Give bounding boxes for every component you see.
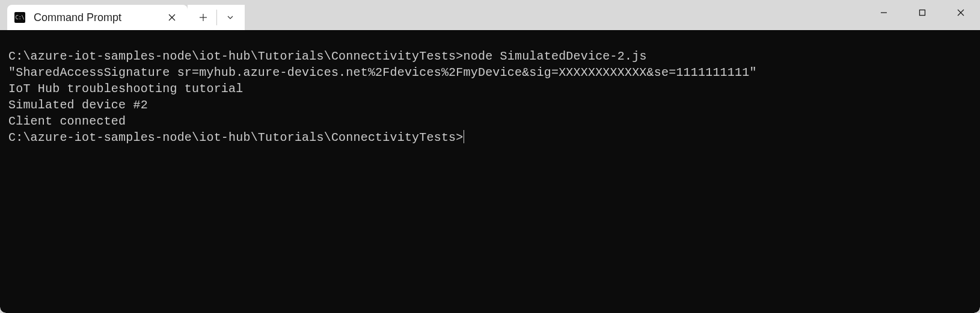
svg-rect-5 <box>920 10 925 16</box>
plus-icon <box>199 13 207 22</box>
maximize-icon <box>918 8 926 17</box>
terminal-output-line: IoT Hub troubleshooting tutorial <box>8 81 972 97</box>
terminal-prompt-line: C:\azure-iot-samples-node\iot-hub\Tutori… <box>8 129 972 146</box>
tab-dropdown-button[interactable] <box>219 7 241 28</box>
terminal-output-line: Simulated device #2 <box>8 97 972 113</box>
new-tab-button[interactable] <box>192 7 214 28</box>
terminal-window: C:\ Command Prompt <box>0 0 980 313</box>
text-cursor <box>464 130 465 143</box>
tab-command-prompt[interactable]: C:\ Command Prompt <box>7 5 188 30</box>
tab-close-button[interactable] <box>165 10 179 25</box>
close-icon <box>957 8 965 17</box>
tab-title: Command Prompt <box>34 11 158 24</box>
close-icon <box>168 14 176 21</box>
minimize-button[interactable] <box>865 0 903 25</box>
chevron-down-icon <box>226 13 234 22</box>
terminal-output-line: Client connected <box>8 113 972 129</box>
terminal-prompt-line: C:\azure-iot-samples-node\iot-hub\Tutori… <box>8 48 972 64</box>
terminal-output-line: "SharedAccessSignature sr=myhub.azure-de… <box>8 64 972 81</box>
titlebar: C:\ Command Prompt <box>0 0 980 30</box>
cmd-icon: C:\ <box>14 12 25 23</box>
tab-actions <box>188 5 245 30</box>
cmd-icon-glyph: C:\ <box>16 15 25 20</box>
prompt-path: C:\azure-iot-samples-node\iot-hub\Tutori… <box>8 49 464 63</box>
maximize-button[interactable] <box>903 0 942 25</box>
tab-separator <box>216 10 217 25</box>
command-text: node SimulatedDevice-2.js <box>464 49 647 63</box>
window-controls <box>865 0 980 25</box>
prompt-path: C:\azure-iot-samples-node\iot-hub\Tutori… <box>8 131 464 144</box>
window-close-button[interactable] <box>942 0 980 25</box>
terminal-output[interactable]: C:\azure-iot-samples-node\iot-hub\Tutori… <box>0 30 980 313</box>
minimize-icon <box>880 8 888 17</box>
